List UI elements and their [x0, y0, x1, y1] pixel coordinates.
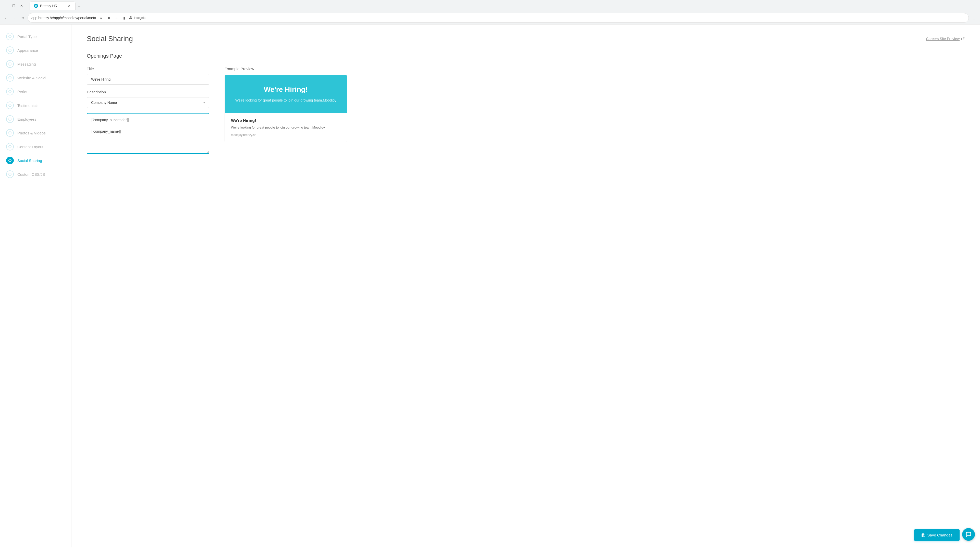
download-icon[interactable]: ⇓ — [113, 15, 119, 21]
preview-content-area: We're Hiring! We're looking for great pe… — [225, 113, 347, 142]
preview-content-title: We're Hiring! — [231, 118, 341, 123]
preview-image-title: We're Hiring! — [232, 86, 339, 94]
careers-preview-link[interactable]: Careers Site Preview — [926, 37, 965, 41]
title-label: Title — [87, 67, 209, 71]
preview-card: We're Hiring! We're looking for great pe… — [224, 75, 347, 142]
sidebar-item-employees[interactable]: Employees — [0, 112, 71, 126]
svg-point-5 — [9, 90, 11, 93]
sidebar-item-photos-videos[interactable]: Photos & Videos — [0, 126, 71, 140]
close-button[interactable]: ✕ — [18, 3, 24, 9]
sidebar-item-website-social[interactable]: Website & Social — [0, 71, 71, 85]
sidebar-label-photos-videos: Photos & Videos — [18, 131, 46, 135]
svg-point-2 — [9, 49, 11, 52]
svg-point-7 — [9, 118, 11, 121]
active-tab[interactable]: B Breezy HR ✕ — [30, 2, 76, 10]
content-layout-icon — [6, 143, 14, 151]
description-label: Description — [87, 90, 209, 94]
svg-line-12 — [963, 38, 964, 39]
svg-point-3 — [9, 63, 11, 65]
sidebar-item-social-sharing[interactable]: Social Sharing — [0, 154, 71, 167]
back-button[interactable]: ← — [3, 15, 9, 21]
social-sharing-icon — [6, 157, 14, 164]
incognito-label: Incognito — [134, 16, 146, 20]
svg-point-11 — [9, 173, 11, 176]
browser-chrome: – ☐ ✕ B Breezy HR ✕ + ← → ↻ app.breezy.h… — [0, 0, 980, 24]
sidebar-label-website-social: Website & Social — [18, 76, 46, 80]
save-button-label: Save Changes — [928, 533, 953, 537]
appearance-icon — [6, 46, 14, 54]
perks-icon — [6, 88, 14, 95]
svg-point-8 — [9, 132, 11, 134]
address-bar-row: ← → ↻ app.breezy.hr/app/c/moodjoy/portal… — [0, 11, 980, 24]
svg-point-0 — [130, 16, 131, 17]
tab-bar: B Breezy HR ✕ + — [27, 2, 86, 10]
maximize-button[interactable]: ☐ — [11, 3, 17, 9]
preview-url: moodjoy.breezy.hr — [231, 133, 341, 137]
forward-button[interactable]: → — [11, 15, 18, 21]
menu-button[interactable]: ⋮ — [971, 15, 977, 21]
sidebar-label-perks: Perks — [18, 89, 27, 94]
extensions-icon[interactable]: ■ — [106, 15, 112, 21]
messaging-icon — [6, 60, 14, 68]
preview-image-desc: We're looking for great people to join o… — [232, 98, 339, 103]
split-view-icon[interactable]: ▮ — [121, 15, 127, 21]
svg-point-1 — [9, 35, 11, 38]
address-bar[interactable]: app.breezy.hr/app/c/moodjoy/portal/meta … — [27, 13, 969, 23]
sidebar-item-appearance[interactable]: Appearance — [0, 43, 71, 57]
sidebar-item-content-layout[interactable]: Content Layout — [0, 140, 71, 154]
svg-point-10 — [9, 159, 11, 162]
sidebar-item-messaging[interactable]: Messaging — [0, 57, 71, 71]
custom-css-js-icon — [6, 170, 14, 178]
sidebar-item-portal-type[interactable]: Portal Type — [0, 30, 71, 43]
reload-button[interactable]: ↻ — [19, 15, 25, 21]
svg-point-6 — [9, 104, 11, 106]
tab-favicon: B — [34, 4, 38, 8]
preview-label: Example Preview — [224, 67, 347, 71]
address-text: app.breezy.hr/app/c/moodjoy/portal/meta — [32, 16, 96, 20]
sidebar-label-portal-type: Portal Type — [18, 35, 37, 39]
employees-icon — [6, 115, 14, 123]
sidebar-item-custom-css-js[interactable]: Custom CSS/JS — [0, 167, 71, 181]
save-changes-button[interactable]: Save Changes — [914, 529, 959, 541]
sidebar-item-testimonials[interactable]: Testimonials — [0, 98, 71, 112]
incognito-badge: Incognito — [129, 16, 146, 20]
careers-preview-text: Careers Site Preview — [926, 37, 960, 41]
sidebar: Portal Type Appearance Messaging Website… — [0, 24, 72, 548]
description-select[interactable]: Company Name — [87, 97, 209, 108]
sidebar-label-custom-css-js: Custom CSS/JS — [18, 172, 45, 176]
testimonials-icon — [6, 102, 14, 109]
description-textarea[interactable]: [[company_subheader]] [[company_name]] — [87, 113, 209, 154]
sidebar-label-content-layout: Content Layout — [18, 144, 43, 149]
address-icons: ★ ■ ⇓ ▮ Incognito — [98, 15, 146, 21]
svg-point-4 — [9, 76, 11, 79]
section-title: Openings Page — [87, 53, 965, 59]
page-header: Social Sharing Careers Site Preview — [87, 35, 965, 43]
bookmark-icon[interactable]: ★ — [98, 15, 104, 21]
new-tab-button[interactable]: + — [76, 3, 83, 10]
tab-close-button[interactable]: ✕ — [67, 4, 71, 8]
sidebar-label-messaging: Messaging — [18, 62, 36, 66]
form-section: Title Description Company Name ▼ [[compa… — [87, 67, 965, 155]
sidebar-item-perks[interactable]: Perks — [0, 85, 71, 98]
external-link-icon — [961, 37, 965, 41]
minimize-button[interactable]: – — [3, 3, 9, 9]
sidebar-label-employees: Employees — [18, 117, 36, 121]
form-left: Title Description Company Name ▼ [[compa… — [87, 67, 209, 155]
preview-content-desc: We're looking for great people to join o… — [231, 125, 341, 130]
main-content: Social Sharing Careers Site Preview Open… — [72, 24, 980, 548]
app-container: Portal Type Appearance Messaging Website… — [0, 24, 980, 548]
title-input[interactable] — [87, 74, 209, 85]
page-title: Social Sharing — [87, 35, 133, 43]
preview-image-area: We're Hiring! We're looking for great pe… — [225, 75, 347, 113]
browser-controls: – ☐ ✕ — [3, 3, 24, 9]
description-select-wrapper: Company Name ▼ — [87, 97, 209, 108]
chat-button[interactable] — [962, 528, 975, 541]
save-icon — [921, 533, 925, 537]
tab-title: Breezy HR — [40, 4, 57, 8]
sidebar-label-social-sharing: Social Sharing — [18, 159, 42, 163]
photos-videos-icon — [6, 129, 14, 137]
chat-icon — [966, 532, 971, 537]
website-social-icon — [6, 74, 14, 82]
browser-titlebar: – ☐ ✕ B Breezy HR ✕ + — [0, 0, 980, 11]
sidebar-label-appearance: Appearance — [18, 48, 38, 52]
